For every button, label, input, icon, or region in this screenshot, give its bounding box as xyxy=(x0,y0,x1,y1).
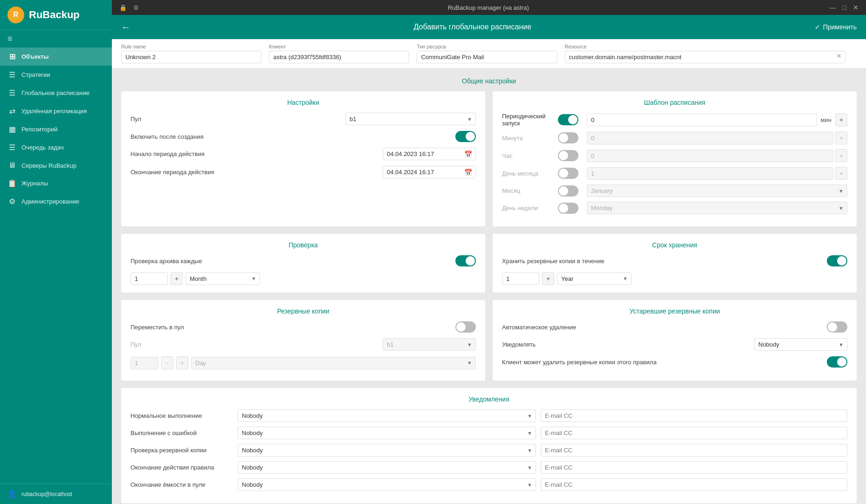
auto-delete-toggle[interactable] xyxy=(827,321,847,333)
notif-rule-end-email[interactable] xyxy=(541,461,847,474)
minute-num-input[interactable] xyxy=(587,132,833,144)
verify-unit-wrap: DayWeekMonthYear ▼ xyxy=(186,272,260,285)
keep-unit-select[interactable]: DayWeekMonthYear xyxy=(557,272,632,285)
periodic-plus-button[interactable]: + xyxy=(835,113,847,126)
backup-unit-select[interactable]: DayWeekMonthYear xyxy=(191,357,476,369)
verify-archive-label: Проверка архива каждые xyxy=(131,258,451,265)
back-button[interactable]: ← xyxy=(121,22,131,33)
task-queue-icon: ☰ xyxy=(7,143,17,152)
backup-num-input[interactable] xyxy=(131,357,158,369)
day-of-month-label: День месяца xyxy=(502,170,553,177)
month-select[interactable]: JanuaryFebruaryMarchApril MayJuneJulyAug… xyxy=(587,184,847,197)
hour-num-input[interactable] xyxy=(587,150,833,162)
notif-normal-select-wrap: Nobodyadminrubackup ▼ xyxy=(238,409,536,422)
rule-name-field: Rule name xyxy=(121,44,261,63)
move-to-pool-label: Переместить в пул xyxy=(131,324,451,331)
topbar-settings-icon[interactable]: ⚙ xyxy=(133,4,139,11)
notif-row-rule-end: Окончание действия правила Nobodyadminru… xyxy=(131,461,847,474)
sidebar-item-remote-replication[interactable]: ⇄ Удалённая репликация xyxy=(0,102,112,120)
backup-copies-card: Резервные копии Переместить в пул Пул b1… xyxy=(121,300,485,381)
hour-toggle[interactable] xyxy=(558,150,578,161)
periodic-unit-label: мин xyxy=(821,116,832,123)
dow-full-select-wrap: MondayTuesdayWednesdayThursday FridaySat… xyxy=(587,202,847,214)
backup-minus-button[interactable]: - xyxy=(161,356,173,369)
client-input[interactable] xyxy=(269,51,409,63)
notif-capacity-select[interactable]: Nobodyadminrubackup xyxy=(238,478,536,491)
sidebar-item-task-queue[interactable]: ☰ Очередь задач xyxy=(0,138,112,157)
content-area: Общие настройки Настройки Пул b1b2b3 ▼ xyxy=(112,68,866,504)
notif-normal-email[interactable] xyxy=(541,409,847,422)
backup-pool-row: Пул b1b2b3 ▼ xyxy=(131,338,476,351)
keep-plus-button[interactable]: + xyxy=(542,272,554,285)
sidebar-item-label: Очередь задач xyxy=(21,144,64,151)
pool-select[interactable]: b1b2b3 xyxy=(345,113,476,125)
general-settings-label: Общие настройки xyxy=(121,77,857,85)
periodic-num-input[interactable] xyxy=(587,114,817,126)
sidebar-item-repositories[interactable]: ▦ Репозиторий xyxy=(0,120,112,138)
sidebar-item-strategies[interactable]: ☰ Стратегии xyxy=(0,66,112,84)
minute-toggle[interactable] xyxy=(558,132,578,143)
period-start-input[interactable] xyxy=(383,148,476,160)
sidebar-item-logs[interactable]: 📋 Журналы xyxy=(0,174,112,192)
hour-plus-button[interactable]: + xyxy=(835,149,847,162)
day-of-month-toggle[interactable] xyxy=(558,168,578,179)
backup-unit-wrap: DayWeekMonthYear ▼ xyxy=(191,357,476,369)
minute-plus-button[interactable]: + xyxy=(835,131,847,144)
periodic-row: Периодический запуск мин + xyxy=(502,113,847,127)
sidebar-item-admin[interactable]: ⚙ Администрирование xyxy=(0,192,112,211)
notif-verify-email[interactable] xyxy=(541,444,847,456)
resource-type-input[interactable] xyxy=(417,51,557,63)
notify-select[interactable]: Nobodyadminrubackup xyxy=(754,338,847,351)
sidebar-item-objects[interactable]: ⊞ Объекты xyxy=(0,48,112,66)
month-toggle[interactable] xyxy=(558,185,578,197)
verify-unit-select[interactable]: DayWeekMonthYear xyxy=(186,272,260,285)
resource-clear-button[interactable]: ✕ xyxy=(836,52,842,60)
backup-plus-button[interactable]: + xyxy=(176,356,188,369)
keep-toggle[interactable] xyxy=(827,255,847,266)
resource-type-field: Тип ресурса xyxy=(417,44,557,63)
maximize-button[interactable]: □ xyxy=(843,4,846,11)
servers-icon: 🖥 xyxy=(7,161,17,170)
client-can-delete-toggle[interactable] xyxy=(827,356,847,368)
day-of-week-toggle[interactable] xyxy=(558,203,578,214)
move-to-pool-toggle[interactable] xyxy=(455,321,476,333)
notif-normal-select[interactable]: Nobodyadminrubackup xyxy=(238,409,536,422)
day-of-month-plus-button[interactable]: + xyxy=(835,167,847,180)
verify-plus-button[interactable]: + xyxy=(171,272,183,285)
notif-error-email[interactable] xyxy=(541,427,847,439)
user-icon: 👤 xyxy=(7,490,17,498)
notif-verify-select[interactable]: Nobodyadminrubackup xyxy=(238,444,536,456)
rule-name-input[interactable] xyxy=(121,51,261,63)
day-of-month-row: День месяца + xyxy=(502,167,847,180)
minute-label: Минута xyxy=(502,135,553,142)
notif-row-normal: Нормальное выполнение Nobodyadminrubacku… xyxy=(131,409,847,422)
sidebar-menu-toggle[interactable]: ≡ xyxy=(0,30,112,48)
notif-row-verify: Проверка резервной копии Nobodyadminruba… xyxy=(131,444,847,456)
backup-num-row: - + DayWeekMonthYear ▼ xyxy=(131,356,476,369)
day-of-week-select[interactable]: MondayTuesdayWednesdayThursday FridaySat… xyxy=(587,202,847,214)
keep-num-input[interactable] xyxy=(502,272,539,285)
notif-rule-end-select[interactable]: Nobodyadminrubackup xyxy=(238,461,536,474)
move-to-pool-row: Переместить в пул xyxy=(131,321,476,333)
notif-row-capacity: Окончание ёмкости в пуле Nobodyadminruba… xyxy=(131,478,847,491)
minimize-button[interactable]: — xyxy=(830,4,836,11)
periodic-toggle[interactable] xyxy=(558,114,578,125)
sidebar-item-rubackup-servers[interactable]: 🖥 Серверы RuBackup xyxy=(0,157,112,174)
apply-button[interactable]: ✓ Применить xyxy=(815,23,857,31)
topbar: 🔒 ⚙ RuBackup manager (на astra) — □ ✕ xyxy=(112,0,866,15)
notif-row-error: Выполнение с ошибкой Nobodyadminrubackup… xyxy=(131,427,847,439)
enable-after-create-toggle[interactable] xyxy=(455,131,476,142)
sidebar-item-label: Журналы xyxy=(21,180,48,187)
backup-pool-select[interactable]: b1b2b3 xyxy=(383,338,476,351)
resource-input[interactable] xyxy=(565,51,845,63)
period-end-input[interactable] xyxy=(383,166,476,178)
notif-capacity-email[interactable] xyxy=(541,478,847,491)
sidebar-item-global-schedule[interactable]: ☰ Глобальное расписание xyxy=(0,84,112,102)
close-button[interactable]: ✕ xyxy=(853,4,859,11)
day-of-month-num-input[interactable] xyxy=(587,167,833,180)
notif-error-select[interactable]: Nobodyadminrubackup xyxy=(238,427,536,439)
verify-toggle[interactable] xyxy=(455,255,476,266)
minute-num-wrap: + xyxy=(587,131,847,144)
retention-card: Срок хранения Хранить резервные копии в … xyxy=(493,234,857,293)
verify-num-input[interactable] xyxy=(131,272,168,285)
